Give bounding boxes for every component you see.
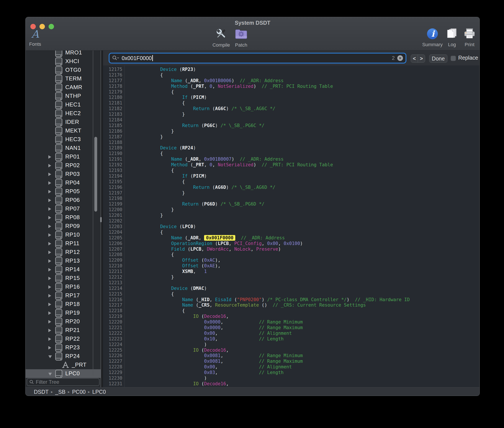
code-line[interactable]: 12183 } (103, 112, 480, 117)
code-line[interactable]: 12224 ) (103, 342, 480, 347)
code-line[interactable]: 12197 } (103, 190, 480, 196)
code-line[interactable]: 12184 (103, 117, 480, 123)
disclosure-triangle-icon[interactable] (48, 320, 51, 323)
code-line[interactable]: 12196 Return (AG6D) /* \_SB_.AG6D */ (103, 185, 480, 190)
sidebar-item-rp01[interactable]: RP01 (25, 152, 101, 161)
code-line[interactable]: 12218 { (103, 308, 480, 314)
disclosure-triangle-icon[interactable] (48, 181, 51, 185)
disclosure-triangle-icon[interactable] (48, 251, 51, 254)
code-line[interactable]: 12204 { (103, 230, 480, 235)
sidebar-item-nthp[interactable]: NTHP (25, 92, 101, 100)
code-line[interactable]: 12188 (103, 140, 480, 146)
sidebar-item-rp02[interactable]: RP02 (25, 161, 101, 170)
code-line[interactable]: 12219 IO (Decode16, (103, 314, 480, 319)
disclosure-triangle-icon[interactable] (48, 233, 51, 237)
sidebar-item-rp07[interactable]: RP07 (25, 205, 101, 213)
sidebar-item-hec3[interactable]: HEC3 (25, 135, 101, 144)
patch-button[interactable]: Patch (226, 28, 256, 48)
filter-tree-input[interactable]: Filter Tree (27, 378, 99, 386)
disclosure-triangle-icon[interactable] (48, 173, 51, 176)
sidebar-item-nan1[interactable]: NAN1 (25, 144, 101, 152)
code-line[interactable]: 12231 IO (Decode16, (103, 381, 480, 387)
sidebar-item-rp04[interactable]: RP04 (25, 178, 101, 187)
code-line[interactable]: 12205 Name (_ADR, 0x001F0000 // _ADR: Ad… (103, 235, 480, 241)
sidebar-item-rp23[interactable]: RP23 (25, 343, 101, 352)
code-line[interactable]: 12198 (103, 196, 480, 201)
sidebar-item-rp16[interactable]: RP16 (25, 282, 101, 291)
code-line[interactable]: 12216 Name (_HID, EisaId ("PNP0200") /* … (103, 297, 480, 303)
code-line[interactable]: 12220 0x0000, // Range Minimum (103, 319, 480, 325)
code-line[interactable]: 12210 Offset (0xAE), (103, 263, 480, 269)
code-line[interactable]: 12217 Name (_CRS, ResourceTemplate () //… (103, 303, 480, 308)
code-line[interactable]: 12227 0x0081, // Range Maximum (103, 359, 480, 364)
sidebar-item-rp08[interactable]: RP08 (25, 213, 101, 222)
search-input[interactable]: 0x001F0000 2 ✕ (109, 53, 406, 64)
sidebar-item-rp09[interactable]: RP09 (25, 222, 101, 230)
sidebar-item-lpc0[interactable]: LPC0 (25, 369, 101, 378)
code-line[interactable]: 12207 Field (LPCB, DWordAcc, NoLock, Pre… (103, 247, 480, 252)
code-line[interactable]: 12179 { (103, 89, 480, 95)
code-line[interactable]: 12177 Name (_ADR, 0x001B0006) // _ADR: A… (103, 78, 480, 84)
code-line[interactable]: 12228 0x00, // Alignment (103, 364, 480, 370)
code-line[interactable]: 12221 0x0000, // Range Maximum (103, 325, 480, 331)
disclosure-triangle-icon[interactable] (48, 164, 51, 167)
code-line[interactable]: 12208 { (103, 252, 480, 258)
sidebar-item-otg0[interactable]: OTG0 (25, 66, 101, 74)
disclosure-triangle-icon[interactable] (48, 242, 51, 246)
sidebar-item-rp11[interactable]: RP11 (25, 239, 101, 248)
code-line[interactable]: 12202 (103, 218, 480, 224)
sidebar-item-rp17[interactable]: RP17 (25, 291, 101, 300)
disclosure-triangle-icon[interactable] (48, 285, 51, 289)
code-line[interactable]: 12195 { (103, 179, 480, 185)
sidebar-item-rp14[interactable]: RP14 (25, 265, 101, 274)
sidebar-item-term[interactable]: TERM (25, 74, 101, 83)
sidebar-item-hec1[interactable]: HEC1 (25, 100, 101, 109)
sidebar-scrollbar-thumb[interactable] (94, 137, 97, 212)
disclosure-triangle-icon[interactable] (48, 303, 51, 306)
code-line[interactable]: 12176 { (103, 72, 480, 78)
sidebar-item-hec2[interactable]: HEC2 (25, 109, 101, 118)
sidebar-item-rp03[interactable]: RP03 (25, 170, 101, 178)
disclosure-triangle-icon[interactable] (48, 373, 52, 376)
code-line[interactable]: 12182 Return (AG6C) /* \_SB_.AG6C */ (103, 106, 480, 112)
disclosure-triangle-icon[interactable] (48, 190, 51, 193)
disclosure-triangle-icon[interactable] (48, 225, 51, 228)
code-line[interactable]: 12193 { (103, 168, 480, 173)
disclosure-triangle-icon[interactable] (48, 259, 51, 263)
sidebar-item-mekt[interactable]: MEKT (25, 126, 101, 135)
code-line[interactable]: 12192 Method (_PRT, 0, NotSerialized) //… (103, 162, 480, 168)
splitter-handle-icon[interactable] (100, 217, 102, 222)
search-menu-icon[interactable] (112, 55, 119, 61)
code-line[interactable]: 12214 Device (DMAC) (103, 286, 480, 291)
disclosure-triangle-icon[interactable] (48, 337, 51, 341)
sidebar-item-rp15[interactable]: RP15 (25, 274, 101, 282)
code-line[interactable]: 12213 (103, 280, 480, 286)
disclosure-triangle-icon[interactable] (48, 355, 52, 358)
sidebar-item-rp05[interactable]: RP05 (25, 187, 101, 196)
sidebar-item-ider[interactable]: IDER (25, 118, 101, 126)
sidebar-item-rp12[interactable]: RP12 (25, 248, 101, 256)
sidebar-item-_prt[interactable]: _PRT (25, 361, 101, 369)
print-button[interactable]: Print (454, 28, 480, 48)
code-line[interactable]: 12185 Return (PG6C) /* \_SB_.PG6C */ (103, 123, 480, 129)
code-line[interactable]: 12180 If (PICM) (103, 95, 480, 100)
replace-checkbox[interactable] (451, 56, 456, 61)
breadcrumb-item-dsdt[interactable]: DSDT (34, 389, 49, 395)
code-line[interactable]: 12215 { (103, 291, 480, 297)
code-editor[interactable]: 12175 Device (RP23)12176 {12177 Name (_A… (103, 66, 480, 387)
code-line[interactable]: 12211 XSMB, 1 (103, 269, 480, 274)
sidebar-item-rp06[interactable]: RP06 (25, 196, 101, 205)
code-line[interactable]: 12206 OperationRegion (LPCB, PCI_Config,… (103, 241, 480, 247)
disclosure-triangle-icon[interactable] (48, 346, 51, 350)
code-line[interactable]: 12209 Offset (0xAC), (103, 258, 480, 263)
sidebar-item-rp18[interactable]: RP18 (25, 300, 101, 309)
disclosure-triangle-icon[interactable] (48, 216, 51, 219)
clear-search-button[interactable]: ✕ (397, 55, 403, 61)
disclosure-triangle-icon[interactable] (48, 277, 51, 280)
code-line[interactable]: 12181 { (103, 100, 480, 106)
code-line[interactable]: 12191 Name (_ADR, 0x001B0007) // _ADR: A… (103, 156, 480, 162)
sidebar-item-rp22[interactable]: RP22 (25, 335, 101, 343)
sidebar-item-rp24[interactable]: RP24 (25, 352, 101, 361)
breadcrumb-item-pc00[interactable]: PC00 (72, 389, 86, 395)
previous-match-button[interactable]: < (411, 55, 418, 62)
